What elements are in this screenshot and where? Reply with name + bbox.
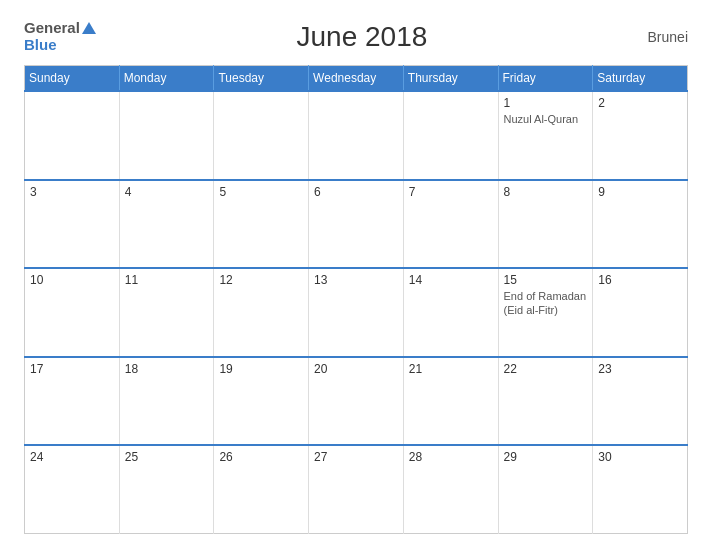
day-number: 14 [409, 273, 493, 287]
calendar-cell [403, 91, 498, 180]
header-sunday: Sunday [25, 66, 120, 92]
calendar-cell: 24 [25, 445, 120, 534]
logo: General Blue [24, 20, 96, 53]
header-friday: Friday [498, 66, 593, 92]
header-wednesday: Wednesday [309, 66, 404, 92]
calendar-week-row: 101112131415End of Ramadan (Eid al-Fitr)… [25, 268, 688, 357]
calendar-cell: 14 [403, 268, 498, 357]
calendar-cell: 23 [593, 357, 688, 446]
day-number: 17 [30, 362, 114, 376]
calendar-cell [25, 91, 120, 180]
header-saturday: Saturday [593, 66, 688, 92]
calendar-cell: 16 [593, 268, 688, 357]
calendar-cell: 6 [309, 180, 404, 269]
calendar-cell: 30 [593, 445, 688, 534]
calendar-cell: 5 [214, 180, 309, 269]
day-number: 18 [125, 362, 209, 376]
calendar-cell: 8 [498, 180, 593, 269]
calendar-cell: 12 [214, 268, 309, 357]
day-number: 15 [504, 273, 588, 287]
day-number: 7 [409, 185, 493, 199]
day-number: 27 [314, 450, 398, 464]
day-number: 1 [504, 96, 588, 110]
day-number: 30 [598, 450, 682, 464]
calendar-week-row: 17181920212223 [25, 357, 688, 446]
calendar-cell: 7 [403, 180, 498, 269]
day-number: 29 [504, 450, 588, 464]
day-number: 26 [219, 450, 303, 464]
calendar-cell: 21 [403, 357, 498, 446]
calendar-cell: 15End of Ramadan (Eid al-Fitr) [498, 268, 593, 357]
header: General Blue June 2018 Brunei [24, 20, 688, 53]
day-number: 10 [30, 273, 114, 287]
calendar-cell: 18 [119, 357, 214, 446]
calendar-cell: 22 [498, 357, 593, 446]
logo-triangle-icon [82, 22, 96, 34]
day-number: 28 [409, 450, 493, 464]
day-number: 8 [504, 185, 588, 199]
calendar-cell: 2 [593, 91, 688, 180]
calendar-cell: 1Nuzul Al-Quran [498, 91, 593, 180]
day-number: 3 [30, 185, 114, 199]
day-number: 5 [219, 185, 303, 199]
country-label: Brunei [628, 29, 688, 45]
day-number: 19 [219, 362, 303, 376]
day-number: 13 [314, 273, 398, 287]
header-thursday: Thursday [403, 66, 498, 92]
day-event: Nuzul Al-Quran [504, 113, 579, 125]
calendar-table: Sunday Monday Tuesday Wednesday Thursday… [24, 65, 688, 534]
month-title: June 2018 [96, 21, 628, 53]
day-number: 16 [598, 273, 682, 287]
calendar-cell [119, 91, 214, 180]
page: General Blue June 2018 Brunei Sunday Mon… [0, 0, 712, 550]
calendar-week-row: 3456789 [25, 180, 688, 269]
day-number: 12 [219, 273, 303, 287]
day-number: 24 [30, 450, 114, 464]
day-number: 23 [598, 362, 682, 376]
day-number: 21 [409, 362, 493, 376]
calendar-cell: 17 [25, 357, 120, 446]
calendar-week-row: 1Nuzul Al-Quran2 [25, 91, 688, 180]
calendar-cell: 10 [25, 268, 120, 357]
day-number: 11 [125, 273, 209, 287]
calendar-cell: 27 [309, 445, 404, 534]
calendar-cell: 3 [25, 180, 120, 269]
day-number: 25 [125, 450, 209, 464]
day-number: 20 [314, 362, 398, 376]
calendar-cell: 19 [214, 357, 309, 446]
calendar-cell: 26 [214, 445, 309, 534]
calendar-cell: 28 [403, 445, 498, 534]
calendar-week-row: 24252627282930 [25, 445, 688, 534]
day-number: 9 [598, 185, 682, 199]
header-tuesday: Tuesday [214, 66, 309, 92]
calendar-cell: 4 [119, 180, 214, 269]
calendar-cell: 25 [119, 445, 214, 534]
day-number: 6 [314, 185, 398, 199]
day-event: End of Ramadan (Eid al-Fitr) [504, 290, 587, 316]
logo-general: General [24, 20, 80, 37]
calendar-cell: 9 [593, 180, 688, 269]
calendar-cell: 20 [309, 357, 404, 446]
calendar-body: 1Nuzul Al-Quran23456789101112131415End o… [25, 91, 688, 534]
day-number: 22 [504, 362, 588, 376]
header-monday: Monday [119, 66, 214, 92]
calendar-cell: 29 [498, 445, 593, 534]
logo-blue: Blue [24, 37, 57, 54]
calendar-cell: 13 [309, 268, 404, 357]
calendar-cell [214, 91, 309, 180]
weekday-header-row: Sunday Monday Tuesday Wednesday Thursday… [25, 66, 688, 92]
day-number: 4 [125, 185, 209, 199]
calendar-cell: 11 [119, 268, 214, 357]
calendar-cell [309, 91, 404, 180]
day-number: 2 [598, 96, 682, 110]
